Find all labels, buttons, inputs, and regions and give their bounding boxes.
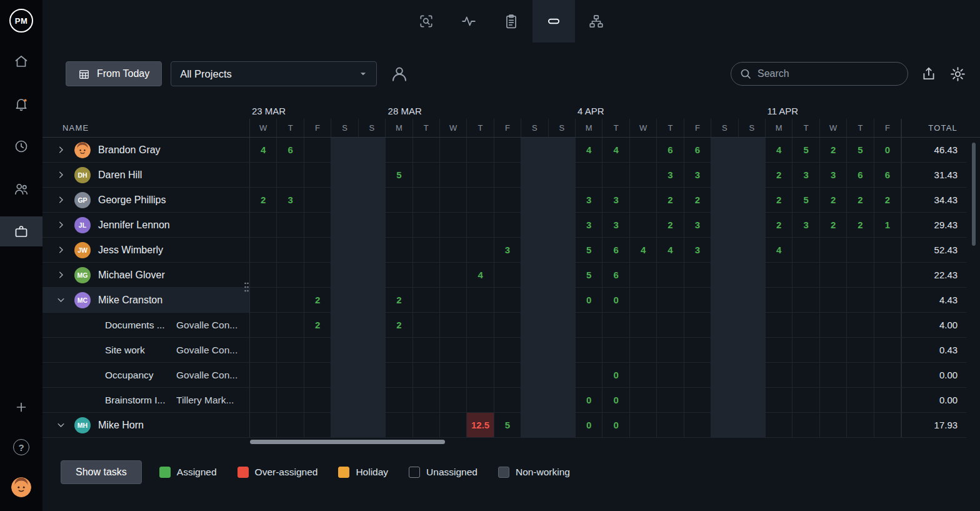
day-cell[interactable] [467,163,494,188]
day-cell[interactable] [684,338,711,363]
day-cell[interactable] [331,213,358,238]
day-cell[interactable] [820,313,847,338]
day-cell[interactable] [494,288,521,313]
chevron-right-icon[interactable] [56,195,66,205]
day-cell[interactable] [820,238,847,263]
day-cell[interactable] [792,288,819,313]
day-cell[interactable] [494,363,521,388]
day-cell[interactable] [440,363,467,388]
chevron-down-icon[interactable] [56,420,66,430]
day-cell[interactable] [494,338,521,363]
day-cell[interactable]: 4 [576,138,602,163]
day-cell[interactable] [711,263,738,288]
day-cell[interactable] [630,213,657,238]
task-row[interactable]: Site workGovalle Con...0.43 [42,338,980,363]
day-cell[interactable] [250,338,277,363]
day-cell[interactable]: 3 [576,213,602,238]
day-cell[interactable] [386,238,412,263]
day-cell[interactable] [684,388,711,413]
day-cell[interactable] [250,163,277,188]
day-cell[interactable]: 5 [386,163,412,188]
day-cell[interactable] [494,138,521,163]
day-cell[interactable] [657,338,684,363]
day-cell[interactable] [684,363,711,388]
assignee-filter-icon[interactable] [389,64,409,84]
chevron-right-icon[interactable] [56,245,66,255]
day-cell[interactable] [467,188,494,213]
day-cell[interactable] [304,138,331,163]
day-cell[interactable]: 3 [684,163,711,188]
day-cell[interactable] [277,388,304,413]
day-cell[interactable]: 1 [874,213,901,238]
day-cell[interactable] [711,313,738,338]
column-resize-handle[interactable] [244,281,249,295]
notes-clipboard-icon[interactable] [490,0,532,43]
day-cell[interactable] [549,313,576,338]
day-cell[interactable] [359,288,386,313]
person-row[interactable]: DHDaren Hill5332336631.43 [42,163,980,188]
day-cell[interactable]: 2 [386,313,412,338]
day-cell[interactable] [847,363,874,388]
day-cell[interactable]: 2 [847,188,874,213]
day-cell[interactable] [250,263,277,288]
day-cell[interactable] [684,263,711,288]
pm-logo[interactable]: PM [9,9,33,33]
day-cell[interactable]: 6 [602,263,629,288]
day-cell[interactable] [521,213,548,238]
day-cell[interactable] [359,363,386,388]
day-cell[interactable] [521,413,548,438]
day-cell[interactable]: 2 [657,213,684,238]
day-cell[interactable] [413,138,440,163]
day-cell[interactable] [521,163,548,188]
day-cell[interactable] [792,413,819,438]
day-cell[interactable]: 2 [820,188,847,213]
day-cell[interactable]: 3 [576,188,602,213]
day-cell[interactable] [711,138,738,163]
day-cell[interactable] [250,388,277,413]
day-cell[interactable] [277,238,304,263]
day-cell[interactable] [630,288,657,313]
day-cell[interactable] [766,363,792,388]
person-row[interactable]: MHMike Horn12.550017.93 [42,413,980,438]
task-row[interactable]: Brainstorm I...Tillery Mark...000.00 [42,388,980,413]
day-cell[interactable] [820,363,847,388]
day-cell[interactable] [847,238,874,263]
day-cell[interactable] [440,213,467,238]
day-cell[interactable] [359,188,386,213]
day-cell[interactable] [440,413,467,438]
day-cell[interactable] [440,313,467,338]
day-cell[interactable] [440,188,467,213]
day-cell[interactable] [386,363,412,388]
day-cell[interactable] [657,288,684,313]
project-filter-dropdown[interactable]: All Projects [171,61,377,86]
day-cell[interactable] [657,388,684,413]
day-cell[interactable]: 3 [602,213,629,238]
person-row[interactable]: MGMichael Glover45622.43 [42,263,980,288]
day-cell[interactable] [413,263,440,288]
day-cell[interactable] [847,388,874,413]
day-cell[interactable] [250,213,277,238]
day-cell[interactable] [874,288,901,313]
day-cell[interactable] [413,388,440,413]
day-cell[interactable] [549,238,576,263]
day-cell[interactable] [874,363,901,388]
day-cell[interactable]: 3 [602,188,629,213]
day-cell[interactable] [576,313,602,338]
day-cell[interactable] [413,363,440,388]
day-cell[interactable]: 2 [250,188,277,213]
day-cell[interactable] [304,163,331,188]
day-cell[interactable]: 3 [494,238,521,263]
day-cell[interactable] [521,363,548,388]
add-plus-icon[interactable] [0,392,42,422]
day-cell[interactable] [440,263,467,288]
day-cell[interactable] [359,263,386,288]
day-cell[interactable] [386,138,412,163]
activity-icon[interactable] [448,0,490,43]
from-today-button[interactable]: From Today [66,61,162,86]
day-cell[interactable] [549,163,576,188]
day-cell[interactable] [467,238,494,263]
day-cell[interactable] [304,363,331,388]
day-cell[interactable] [413,163,440,188]
day-cell[interactable] [386,338,412,363]
day-cell[interactable] [739,263,766,288]
